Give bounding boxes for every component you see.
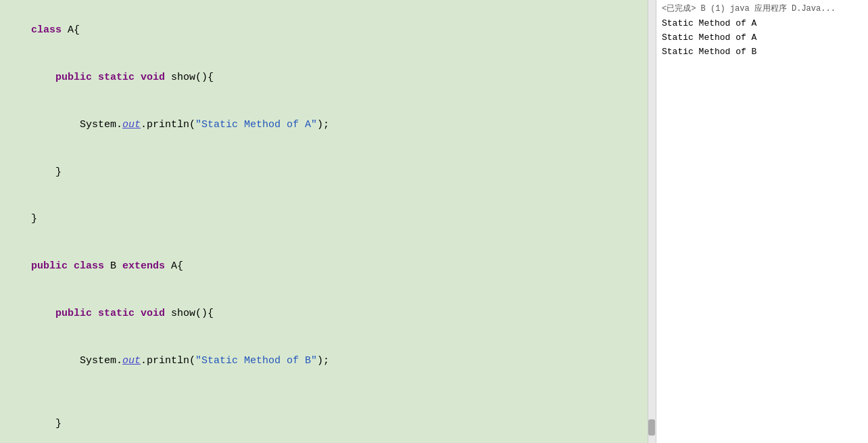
output-line-3: Static Method of B: [662, 45, 863, 60]
code-line-10: }: [0, 400, 656, 443]
output-line-2: Static Method of A: [662, 31, 863, 45]
scrollbar-track[interactable]: [648, 0, 656, 443]
code-line-9: [0, 384, 656, 400]
output-panel: <已完成> B (1) java 应用程序 D.Java... Static M…: [656, 0, 868, 443]
keyword-class: class: [31, 24, 62, 36]
code-line-6: public class B extends A{: [0, 243, 656, 290]
output-header: <已完成> B (1) java 应用程序 D.Java...: [662, 3, 863, 14]
code-line-8: System.out.println("Static Method of B")…: [0, 337, 656, 384]
code-line-1: class A{: [0, 7, 656, 54]
code-line-3: System.out.println("Static Method of A")…: [0, 101, 656, 149]
code-line-7: public static void show(){: [0, 290, 656, 337]
code-line-5: }: [0, 195, 656, 243]
output-line-1: Static Method of A: [662, 17, 863, 31]
output-lines: Static Method of A Static Method of A St…: [662, 17, 863, 59]
code-line-2: public static void show(){: [0, 54, 656, 101]
code-line-4: }: [0, 148, 656, 195]
code-editor: class A{ public static void show(){ Syst…: [0, 0, 656, 443]
scrollbar-thumb[interactable]: [648, 419, 655, 436]
